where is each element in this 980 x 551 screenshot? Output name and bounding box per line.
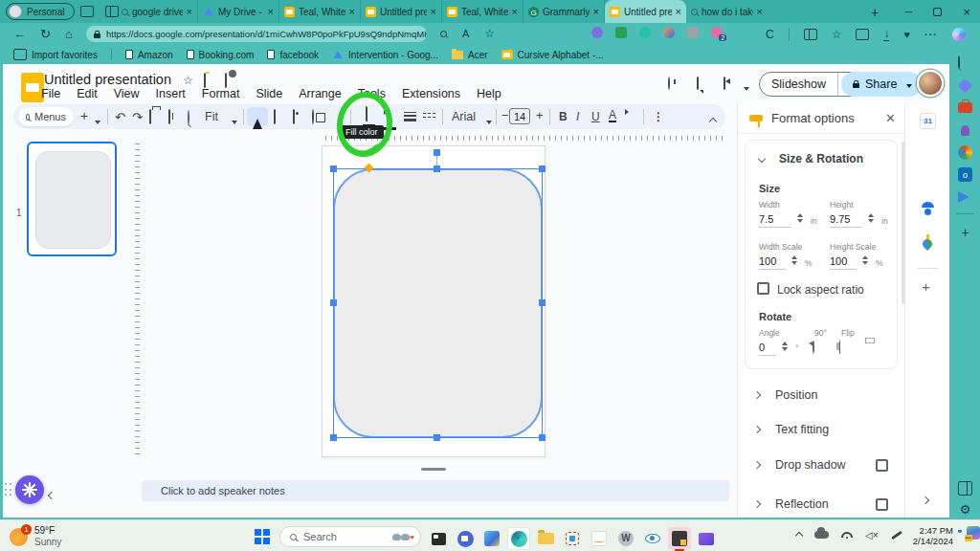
tab-close-icon[interactable]: × xyxy=(593,7,599,16)
extension-icon[interactable] xyxy=(663,27,675,38)
task-view-button[interactable] xyxy=(427,527,450,550)
drop-icon[interactable] xyxy=(958,191,969,203)
bookmark-item[interactable]: Cursive Alphabet -... xyxy=(501,50,604,60)
text-fitting-row[interactable]: Text fitting xyxy=(745,415,898,444)
width-scale-stepper[interactable] xyxy=(791,255,797,265)
new-slide-button[interactable]: + xyxy=(80,108,88,123)
add-addon-icon[interactable]: + xyxy=(922,278,930,295)
zoom-out-icon[interactable] xyxy=(440,31,447,37)
amazon-button[interactable] xyxy=(588,527,611,550)
font-size-increase[interactable]: + xyxy=(536,108,544,122)
font-size-input[interactable]: 14 xyxy=(509,108,530,124)
drop-shadow-row[interactable]: Drop shadow xyxy=(745,451,898,479)
speaker-notes[interactable]: Click to add speaker notes xyxy=(142,480,729,501)
menu-help[interactable]: Help xyxy=(477,87,501,100)
wifi-icon[interactable] xyxy=(841,532,853,538)
drop-shadow-checkbox[interactable] xyxy=(876,459,888,472)
font-size-decrease[interactable]: − xyxy=(501,108,509,122)
sidebar-search-icon[interactable] xyxy=(958,56,972,71)
url-field[interactable]: https://docs.google.com/presentation/d/1… xyxy=(86,26,427,42)
cloud-status-icon[interactable] xyxy=(225,74,227,87)
clock[interactable]: 2:47 PM 2/14/2024 xyxy=(911,525,953,546)
resize-handle-sw[interactable] xyxy=(330,434,337,441)
collapse-toolbar-icon[interactable] xyxy=(710,114,716,127)
menu-file[interactable]: File xyxy=(41,87,60,100)
text-color-icon[interactable]: A xyxy=(609,110,616,122)
bookmark-item[interactable]: Booking.com xyxy=(187,50,255,60)
bold-icon[interactable]: B xyxy=(559,110,568,123)
paint-format-icon[interactable] xyxy=(168,110,170,123)
minimize-button[interactable]: ─ xyxy=(905,6,913,17)
maximize-button[interactable] xyxy=(933,8,942,16)
width-input[interactable]: 7.5 xyxy=(759,213,791,228)
width-scale-input[interactable]: 100 xyxy=(759,255,786,270)
refresh-icon[interactable]: ↻ xyxy=(40,27,51,41)
zoom-icon[interactable] xyxy=(188,111,189,124)
browser-tab[interactable]: how do i take× xyxy=(686,0,768,23)
snipping-tool-button[interactable] xyxy=(561,527,584,550)
fill-color-icon[interactable] xyxy=(364,107,368,121)
tab-close-icon[interactable]: × xyxy=(349,7,355,16)
browser-tab[interactable]: Untitled prese× xyxy=(361,0,442,23)
extension-icon[interactable] xyxy=(687,27,699,38)
menu-tools[interactable]: Tools xyxy=(358,87,386,100)
document-title[interactable]: Untitled presentation xyxy=(44,72,171,87)
rail-collapse-icon[interactable] xyxy=(923,494,928,505)
chat-button[interactable] xyxy=(454,527,477,550)
version-history-icon[interactable] xyxy=(668,77,670,89)
menu-view[interactable]: View xyxy=(114,87,140,100)
bookmark-item[interactable]: Acer xyxy=(452,50,488,60)
copilot-icon[interactable] xyxy=(952,28,966,41)
shopping-icon[interactable] xyxy=(958,78,973,94)
border-weight-icon[interactable] xyxy=(404,112,416,121)
tab-close-icon[interactable]: × xyxy=(676,7,681,16)
resize-handle-e[interactable] xyxy=(539,299,546,306)
wallet-icon[interactable]: ♥ xyxy=(903,29,910,40)
menu-insert[interactable]: Insert xyxy=(156,87,186,100)
slide-canvas[interactable] xyxy=(322,145,546,457)
tools-icon[interactable] xyxy=(958,102,972,113)
resize-handle-n[interactable] xyxy=(434,165,440,172)
height-stepper[interactable] xyxy=(868,213,874,223)
browser-tab[interactable]: Teal, White an× xyxy=(279,0,361,23)
favorite-star-icon[interactable]: ☆ xyxy=(484,27,495,40)
menu-format[interactable]: Format xyxy=(202,87,240,100)
home-icon[interactable]: ⌂ xyxy=(65,27,73,41)
back-icon[interactable]: ← xyxy=(13,27,26,41)
height-scale-input[interactable]: 100 xyxy=(830,255,857,270)
browser-tab[interactable]: My Drive - Go× xyxy=(198,0,279,23)
purple-app-button[interactable] xyxy=(695,527,718,550)
font-family-select[interactable]: Arial xyxy=(452,110,476,123)
insert-image-icon[interactable] xyxy=(293,110,295,123)
camera-dropdown-icon[interactable] xyxy=(744,81,749,93)
hidden-icons-chevron[interactable] xyxy=(796,529,802,540)
move-folder-icon[interactable] xyxy=(204,74,206,87)
drag-dots-icon[interactable] xyxy=(5,483,12,496)
sticky-notes-button[interactable] xyxy=(668,527,691,550)
redo-icon[interactable]: ↷ xyxy=(132,110,143,124)
underline-icon[interactable]: U xyxy=(591,110,600,123)
eye-app-button[interactable] xyxy=(641,527,664,550)
panel-close-icon[interactable]: ✕ xyxy=(885,111,896,125)
height-input[interactable]: 9.75 xyxy=(830,213,862,228)
insert-shape-icon[interactable] xyxy=(312,110,314,123)
colorful-app-icon[interactable]: ▪▪▪ xyxy=(967,526,980,540)
rotate-90-icon[interactable] xyxy=(813,342,814,353)
resize-handle-se[interactable] xyxy=(539,434,546,441)
collapse-fab-icon[interactable] xyxy=(49,489,55,500)
bookmark-item[interactable]: Intervention - Goog... xyxy=(332,50,438,60)
slide-thumbnail[interactable] xyxy=(27,142,117,256)
text-box-icon[interactable] xyxy=(274,110,276,123)
app-button[interactable] xyxy=(480,527,503,550)
lock-aspect-ratio-checkbox[interactable] xyxy=(757,282,769,295)
weather-widget[interactable]: 1 59°FSunny xyxy=(10,525,61,548)
start-button[interactable] xyxy=(255,529,270,544)
calendar-icon[interactable]: 31 xyxy=(920,113,936,129)
angle-input[interactable]: 0 xyxy=(759,342,776,356)
rotation-handle[interactable] xyxy=(434,149,440,156)
wordpress-button[interactable]: W xyxy=(614,527,637,550)
print-icon[interactable] xyxy=(149,110,151,123)
sidebar-toggle-icon[interactable] xyxy=(958,481,972,496)
close-button[interactable]: × xyxy=(963,5,970,19)
pen-icon[interactable] xyxy=(891,530,902,539)
